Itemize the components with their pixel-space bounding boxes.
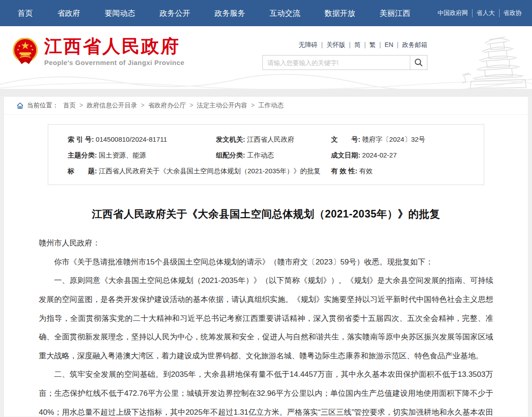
meta-date: 成文日期:2024-02-27 [331,147,479,163]
gov-site-link[interactable]: 省人大 [472,9,499,17]
search-bar [262,55,427,70]
document-meta-table: 索 引 号:014500810/2024-81711 发文机关:江西省人民政府 … [48,124,484,185]
nav-item[interactable]: 首页 [5,8,45,19]
site-logo[interactable]: 江西省人民政府 People's Government of Jiangxi P… [13,36,184,66]
body-paragraph: 二、筑牢安全发展的空间基础。到2035年，大余县耕地保有量不低于14.4457万… [39,365,493,417]
nav-item[interactable]: 政务服务 [202,8,257,19]
quick-link[interactable]: 政务邮箱 [393,41,427,48]
header-utilities: 无障碍关怀版简繁EN政务邮箱 [262,41,427,70]
search-button[interactable] [410,56,427,70]
quick-link[interactable]: 关怀版 [317,41,345,48]
meta-validity: 有 效 性:有效 [331,163,479,179]
breadcrumb-link[interactable]: 首页 [63,102,76,110]
breadcrumb-trail: 首页政府信息公开目录省政府办公厅法定主动公开内容工作动态 [63,102,284,110]
quick-link[interactable]: EN [376,41,393,48]
search-icon [414,58,423,67]
meta-issuer: 发文机关:江西省人民政府 [216,131,331,147]
site-title-en: People's Government of Jiangxi Province [44,59,184,66]
quick-links: 无障碍关怀版简繁EN政务邮箱 [262,41,427,49]
meta-title: 标 题:江西省人民政府关于《大余县国土空间总体规划（2021-2035年）》的批… [68,163,331,179]
breadcrumb-label: 当前位置： [27,102,59,110]
body-paragraph: 你市《关于恳请批准赣州市15个县级国土空间总体规划的请示》（赣市府文〔2023〕… [39,253,493,272]
site-title: 江西省人民政府 [44,36,184,56]
body-paragraph: 一、原则同意《大余县国土空间总体规划（2021-2035年）》（以下简称《规划》… [39,271,493,365]
breadcrumb-link[interactable]: 工作动态 [248,102,284,110]
nav-item[interactable]: 省政府 [45,8,92,19]
gov-site-link[interactable]: 中国政府网 [434,9,472,17]
meta-topic: 主题分类:国土资源、能源 [68,147,216,163]
national-emblem-icon [13,38,38,65]
salutation: 赣州市人民政府： [39,234,493,253]
quick-link[interactable]: 无障碍 [298,41,317,48]
gov-site-link[interactable]: 省政协 [499,9,526,17]
meta-docno: 文 号:赣府字〔2024〕32号 [331,131,479,147]
quick-link[interactable]: 繁 [361,41,376,48]
document-body: 你市《关于恳请批准赣州市15个县级国土空间总体规划的请示》（赣市府文〔2023〕… [39,253,493,417]
top-nav-bar: 首页省政府要闻动态政务公开政务服务互动交流数据开放美丽江西 中国政府网省人大省政… [0,0,532,26]
quick-link[interactable]: 简 [345,41,361,48]
breadcrumb-link[interactable]: 法定主动公开内容 [186,102,247,110]
top-nav-gov-links: 中国政府网省人大省政协 [434,9,526,17]
site-header: 江西省人民政府 People's Government of Jiangxi P… [0,26,532,89]
meta-group: 组配分类:工作动态 [216,147,331,163]
nav-item[interactable]: 互动交流 [257,8,312,19]
pavilion-sketch-decoration [462,32,532,88]
nav-item[interactable]: 美丽江西 [367,8,422,19]
content-card: 当前位置： 首页政府信息公开目录省政府办公厅法定主动公开内容工作动态 索 引 号… [4,96,528,417]
breadcrumb-link[interactable]: 政府信息公开目录 [76,102,137,110]
home-icon [17,102,23,109]
nav-item[interactable]: 要闻动态 [92,8,147,19]
nav-item[interactable]: 政务公开 [147,8,202,19]
top-nav-menu: 首页省政府要闻动态政务公开政务服务互动交流数据开放美丽江西 [5,8,422,19]
document-article: 江西省人民政府关于《大余县国土空间总体规划（2021-2035年）》的批复 赣州… [4,207,528,417]
header-divider [0,89,532,96]
nav-item[interactable]: 数据开放 [312,8,367,19]
breadcrumb-link[interactable]: 省政府办公厅 [137,102,186,110]
document-title: 江西省人民政府关于《大余县国土空间总体规划（2021-2035年）》的批复 [39,207,493,221]
meta-index: 索 引 号:014500810/2024-81711 [68,131,216,147]
breadcrumb: 当前位置： 首页政府信息公开目录省政府办公厅法定主动公开内容工作动态 [4,97,528,115]
search-input[interactable] [263,56,410,70]
